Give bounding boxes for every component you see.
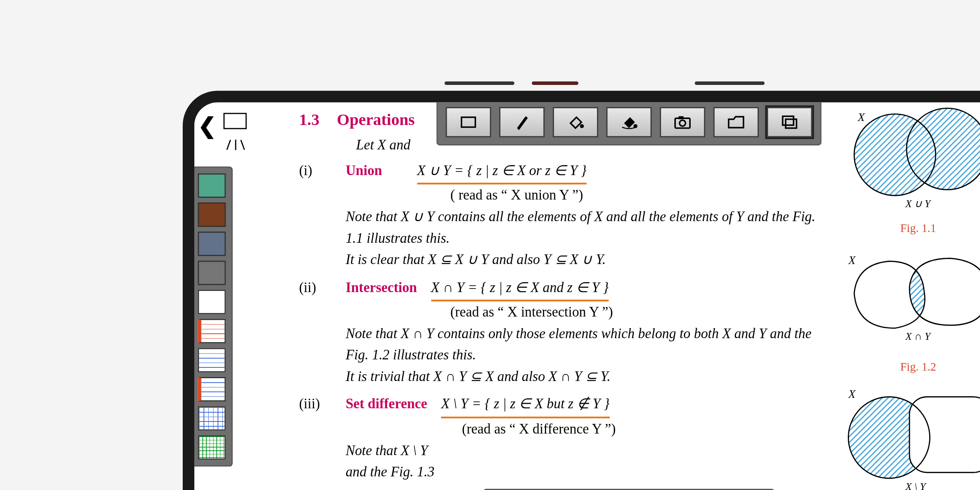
- note-union-2: It is clear that X ⊆ X ∪ Y and also Y ⊆ …: [346, 249, 825, 271]
- bg-swatch-grid-blue[interactable]: [198, 406, 226, 430]
- page-navigation: ❮ 1 / 4 ❯: [483, 488, 775, 490]
- phone-frame: 1.3 Operations Let X and (i) Union X ∪ Y…: [183, 91, 980, 490]
- item-index: (ii): [299, 276, 345, 393]
- note-setdiff-1: Note that X \ Y: [346, 440, 825, 461]
- svg-rect-26: [782, 116, 793, 125]
- svg-rect-24: [679, 116, 684, 119]
- svg-text:X ∪ Y: X ∪ Y: [905, 198, 932, 209]
- note-intersection-2: It is trivial that X ∩ Y ⊆ X and also X …: [346, 366, 825, 387]
- read-union: ( read as “ X union Y ”): [450, 184, 825, 206]
- read-setdiff: (read as “ X difference Y ”): [462, 418, 825, 440]
- phone-button: [695, 81, 764, 85]
- item-index: (iii): [299, 393, 345, 483]
- bg-swatch-lined-blue2[interactable]: [198, 377, 226, 401]
- fig-caption: Fig. 1.1: [831, 219, 980, 237]
- svg-rect-27: [786, 119, 797, 128]
- note-intersection-1: Note that X ∩ Y contains only those elem…: [346, 323, 825, 366]
- svg-point-21: [580, 124, 584, 128]
- fill-tool-button[interactable]: [553, 107, 598, 137]
- bg-swatch-slate[interactable]: [198, 231, 226, 256]
- back-button[interactable]: ❮: [198, 113, 216, 138]
- svg-text:X: X: [848, 254, 856, 266]
- bg-swatch-lined-blue[interactable]: [198, 348, 226, 372]
- svg-text:X: X: [857, 111, 865, 123]
- note-union-1: Note that X ∪ Y contains all the element…: [346, 206, 825, 249]
- pen-tool-button[interactable]: [499, 107, 544, 137]
- term-setdiff: Set difference: [346, 396, 427, 411]
- bg-swatch-teal[interactable]: [198, 173, 226, 198]
- top-toolbar: [436, 100, 821, 145]
- svg-text:X \ Y: X \ Y: [905, 481, 927, 490]
- bg-swatch-lined-red[interactable]: [198, 319, 226, 343]
- svg-text:X ∩ Y: X ∩ Y: [905, 331, 932, 342]
- document-content: 1.3 Operations Let X and (i) Union X ∪ Y…: [194, 102, 980, 490]
- rectangle-tool-button[interactable]: [446, 107, 491, 137]
- intro-text: Let X and: [356, 137, 411, 153]
- bg-swatch-gray[interactable]: [198, 260, 226, 285]
- whiteboard-icon[interactable]: [219, 109, 251, 141]
- note-setdiff-2: and the Fig. 1.3: [346, 461, 825, 483]
- term-union: Union: [346, 162, 382, 177]
- item-index: (i): [299, 159, 345, 276]
- fill-gradient-button[interactable]: [606, 107, 651, 137]
- camera-button[interactable]: [660, 107, 705, 137]
- figure-1-3: X Y X \ Y Fig. 1.3: [831, 385, 980, 490]
- folder-open-button[interactable]: [714, 107, 759, 137]
- figure-1-2: X Y X ∩ Y Fig. 1.2: [831, 247, 980, 376]
- formula-union: X ∪ Y = { z | z ∈ X or z ∈ Y }: [417, 159, 587, 184]
- phone-button: [445, 81, 514, 85]
- svg-point-25: [680, 120, 686, 126]
- fig-caption: Fig. 1.2: [831, 358, 980, 376]
- svg-text:X: X: [848, 387, 856, 400]
- background-palette: [192, 166, 233, 466]
- layers-button[interactable]: [767, 107, 812, 137]
- read-intersection: (read as “ X intersection Y ”): [450, 301, 825, 323]
- section-title: Operations: [337, 107, 415, 132]
- figure-1-1: X Y X ∪ Y Fig. 1.1: [831, 102, 980, 237]
- bg-swatch-grid-green[interactable]: [198, 435, 226, 460]
- screen: 1.3 Operations Let X and (i) Union X ∪ Y…: [194, 102, 980, 490]
- bg-swatch-brown[interactable]: [198, 202, 226, 227]
- svg-rect-20: [462, 117, 476, 127]
- phone-button: [532, 81, 578, 85]
- bg-swatch-white[interactable]: [198, 290, 226, 314]
- section-number: 1.3: [299, 107, 319, 132]
- svg-rect-2: [831, 102, 980, 213]
- formula-intersection: X ∩ Y = { z | z ∈ X and z ∈ Y }: [431, 276, 609, 301]
- term-intersection: Intersection: [346, 279, 417, 294]
- formula-setdiff: X \ Y = { z | z ∈ X but z ∉ Y }: [441, 393, 609, 418]
